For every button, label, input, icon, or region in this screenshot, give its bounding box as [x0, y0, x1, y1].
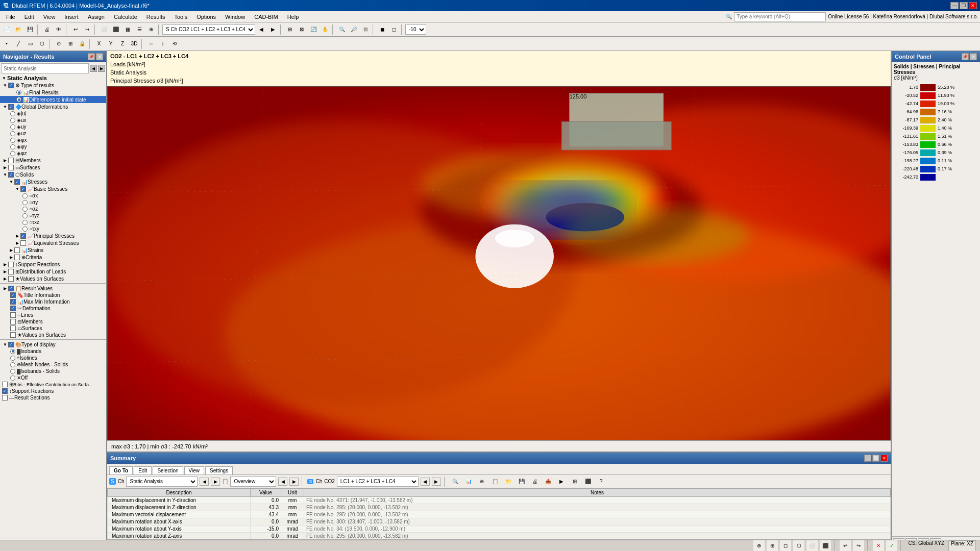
str-toggle[interactable]: ▼: [8, 179, 14, 185]
ps-toggle[interactable]: ▶: [14, 233, 20, 239]
view-xyz[interactable]: X: [93, 38, 105, 49]
phiy-radio[interactable]: [10, 144, 15, 149]
bt-tool5[interactable]: 📁: [503, 476, 514, 487]
menu-view[interactable]: View: [39, 13, 60, 21]
mns-radio[interactable]: [10, 362, 15, 367]
sz-radio[interactable]: [22, 207, 28, 212]
surf-toggle[interactable]: ▶: [2, 164, 8, 170]
type-of-results-item[interactable]: ▼ ⚙ Type of results: [0, 82, 106, 89]
nav-prev-button[interactable]: ◀: [90, 65, 97, 72]
sr-checkbox[interactable]: [8, 262, 14, 267]
view-btn-1[interactable]: ⬜: [99, 24, 110, 35]
bs-toggle[interactable]: ▼: [14, 186, 20, 192]
sb-check-btn[interactable]: ✓: [886, 540, 897, 552]
case-combo-bottom[interactable]: LC1 + LC2 + LC3 + LC4: [337, 477, 419, 487]
zoom-in-button[interactable]: 🔍: [336, 24, 348, 35]
txz-item[interactable]: ○ τxz: [0, 219, 106, 226]
lock-btn[interactable]: 🔒: [77, 38, 88, 49]
equivalent-stresses-item[interactable]: ▶ 📈 Equivalent Stresses: [0, 239, 106, 246]
basic-stresses-item[interactable]: ▼ 📈 Basic Stresses: [0, 185, 106, 192]
menu-tools[interactable]: Tools: [170, 13, 191, 21]
sb-tool5[interactable]: ⬜: [806, 540, 818, 552]
case-next[interactable]: ▶: [432, 478, 441, 486]
crit-toggle[interactable]: ▶: [8, 254, 14, 260]
sb-tool4[interactable]: ⬡: [793, 540, 804, 552]
nav-next-button[interactable]: ▶: [98, 65, 105, 72]
view-btn-3[interactable]: ▦: [122, 24, 133, 35]
axis-z[interactable]: ⟲: [169, 38, 180, 49]
minimize-button[interactable]: —: [950, 2, 959, 9]
bottom-expand-button[interactable]: ⬜: [872, 455, 879, 462]
zoom-out-button[interactable]: 🔎: [348, 24, 359, 35]
txz-radio[interactable]: [22, 220, 28, 225]
surf3-checkbox[interactable]: [10, 325, 16, 331]
vs-checkbox[interactable]: [8, 276, 14, 282]
surfaces-item[interactable]: ▶ ▭ Surfaces: [0, 164, 106, 171]
support-reactions2-item[interactable]: ↕ Support Reactions: [0, 388, 106, 394]
off-item[interactable]: ✕ Off: [0, 374, 106, 381]
solid-btn[interactable]: ⬡: [36, 38, 47, 49]
global-def-item[interactable]: ▼ 🔷 Global Deformations: [0, 103, 106, 110]
bt-tool6[interactable]: 💾: [516, 476, 527, 487]
view-yz[interactable]: Y: [105, 38, 116, 49]
tor-toggle[interactable]: ▼: [2, 82, 8, 88]
rv-toggle[interactable]: ▶: [2, 285, 8, 291]
ux-radio[interactable]: [10, 118, 15, 123]
tab-edit[interactable]: Edit: [134, 466, 152, 474]
bottom-header-controls[interactable]: — ⬜ ✕: [864, 455, 888, 462]
tab-settings[interactable]: Settings: [205, 466, 233, 474]
deselect-button[interactable]: ⊠: [296, 24, 307, 35]
collapse-icon[interactable]: ▼: [1, 75, 7, 81]
tab-goto[interactable]: Go To: [109, 466, 133, 474]
search-input[interactable]: [734, 12, 826, 21]
bt-tool1[interactable]: 🔍: [450, 476, 461, 487]
tyz-radio[interactable]: [22, 213, 28, 218]
sb-tool6[interactable]: ⬛: [820, 540, 831, 552]
sx-item[interactable]: ○ σx: [0, 192, 106, 199]
cp-header-buttons[interactable]: 📌 ✕: [962, 53, 977, 60]
es-toggle[interactable]: ▶: [14, 240, 20, 246]
criteria-item[interactable]: ▶ ⊕ Criteria: [0, 254, 106, 261]
rotate-button[interactable]: 🔄: [308, 24, 319, 35]
surf-checkbox[interactable]: [8, 165, 14, 170]
tyz-item[interactable]: ○ τyz: [0, 212, 106, 219]
il-radio[interactable]: [10, 356, 15, 361]
sol-toggle[interactable]: ▼: [2, 171, 8, 178]
menu-calculate[interactable]: Calculate: [110, 13, 141, 21]
txy-item[interactable]: ○ τxy: [0, 226, 106, 232]
rs-checkbox[interactable]: [2, 395, 8, 400]
sb-redo[interactable]: ↪: [853, 540, 864, 552]
bt-tool8[interactable]: 📤: [543, 476, 554, 487]
td-toggle[interactable]: ▼: [2, 341, 8, 347]
bt-help[interactable]: ?: [596, 476, 607, 487]
ribs-checkbox[interactable]: [2, 382, 8, 387]
members3-item[interactable]: ⊟ Members: [0, 318, 106, 325]
uz-item[interactable]: ◈ uz: [0, 130, 106, 137]
sb-tool3[interactable]: ◻: [780, 540, 791, 552]
print-button[interactable]: 🖨: [41, 24, 53, 35]
axis-x[interactable]: ↔: [145, 38, 157, 49]
off-radio[interactable]: [10, 375, 15, 381]
restore-button[interactable]: ❐: [960, 2, 968, 9]
case-combo[interactable]: S Ch CO2 LC1 + LC2 + LC3 + LC4: [162, 24, 255, 35]
grid-btn[interactable]: ⊞: [65, 38, 76, 49]
txy-radio[interactable]: [22, 227, 28, 232]
mem3-checkbox[interactable]: [10, 319, 16, 324]
view-btn-4[interactable]: ☰: [134, 24, 145, 35]
cp-close-button[interactable]: ✕: [970, 53, 977, 60]
menu-window[interactable]: Window: [221, 13, 249, 21]
strain-toggle[interactable]: ▶: [8, 247, 14, 253]
bottom-minimize-button[interactable]: —: [864, 455, 871, 462]
values-on-surfaces-item[interactable]: ▶ ★ Values on Surfaces: [0, 275, 106, 282]
fit-button[interactable]: ⊡: [360, 24, 371, 35]
type-display-item[interactable]: ▼ 🎨 Type of display: [0, 341, 106, 348]
sb-tool2[interactable]: ⊞: [767, 540, 778, 552]
panel-pin-button[interactable]: 📌: [88, 53, 95, 60]
ib-radio[interactable]: [10, 349, 15, 354]
overview-combo[interactable]: Overview: [230, 477, 276, 487]
bottom-close-button[interactable]: ✕: [880, 455, 888, 462]
isolines-item[interactable]: ≡ Isolines: [0, 355, 106, 361]
pan-button[interactable]: ✋: [320, 24, 331, 35]
mm-checkbox[interactable]: [10, 299, 16, 305]
principal-stresses-item[interactable]: ▶ 📈 Principal Stresses: [0, 232, 106, 239]
